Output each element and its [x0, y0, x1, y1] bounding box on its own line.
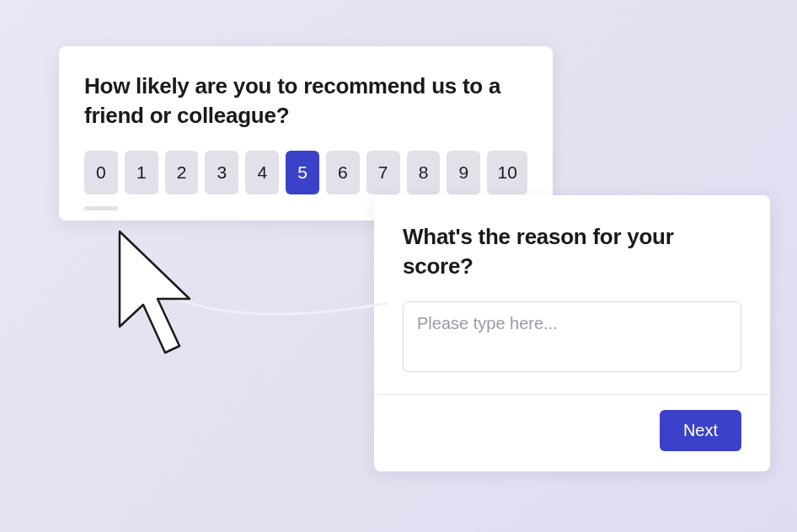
rating-6[interactable]: 6 [326, 151, 360, 194]
reason-question: What's the reason for your score? [403, 222, 741, 281]
card-footer: Next [403, 410, 741, 451]
rating-5[interactable]: 5 [286, 151, 319, 194]
rating-9[interactable]: 9 [447, 151, 480, 194]
cursor-icon [59, 229, 194, 380]
rating-7[interactable]: 7 [366, 151, 400, 194]
rating-8[interactable]: 8 [407, 151, 441, 194]
next-button[interactable]: Next [660, 410, 741, 451]
rating-4[interactable]: 4 [245, 151, 279, 194]
rating-3[interactable]: 3 [205, 151, 238, 194]
rating-10[interactable]: 10 [487, 151, 527, 194]
reason-input[interactable] [403, 301, 741, 372]
rating-0[interactable]: 0 [84, 151, 118, 194]
rating-row: 0 1 2 3 4 5 6 7 8 9 10 [84, 151, 527, 194]
rating-indicator [84, 206, 118, 210]
reason-card: What's the reason for your score? Next [374, 195, 770, 471]
nps-question: How likely are you to recommend us to a … [84, 72, 527, 130]
rating-2[interactable]: 2 [165, 151, 199, 194]
divider [374, 394, 770, 395]
rating-1[interactable]: 1 [125, 151, 158, 194]
